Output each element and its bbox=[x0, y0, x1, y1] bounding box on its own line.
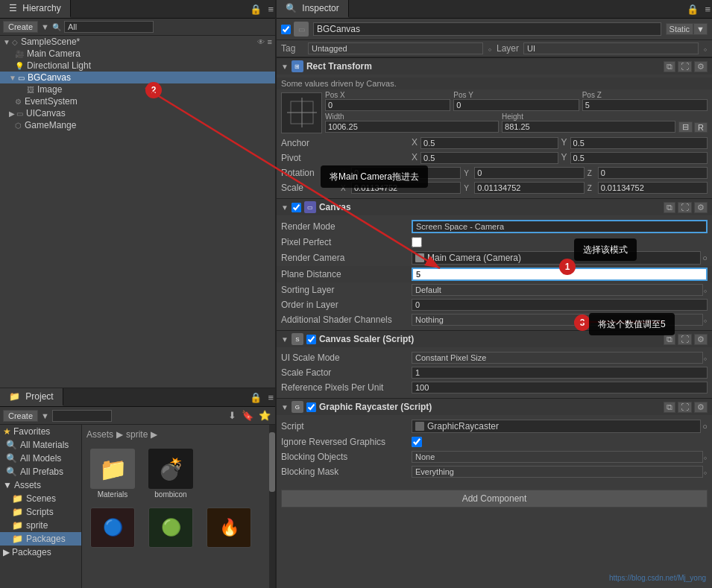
pivot-row: Pivot X Y bbox=[277, 151, 712, 165]
render-mode-input[interactable] bbox=[412, 220, 708, 233]
project-lock-icon[interactable]: 🔒 bbox=[248, 392, 263, 403]
scaler-link-btn[interactable]: ⛶ bbox=[678, 334, 692, 345]
additional-shader-dropdown[interactable]: Nothing bbox=[412, 314, 703, 326]
hierarchy-tab[interactable]: ☰ Hierarchy bbox=[0, 0, 71, 18]
rot-x-input[interactable] bbox=[351, 167, 461, 179]
menu-icon[interactable]: ≡ bbox=[266, 4, 275, 15]
rect-info-msg: Some values driven by Canvas. bbox=[277, 78, 712, 89]
anchor-x-input[interactable] bbox=[420, 137, 558, 149]
project-menu-icon[interactable]: ≡ bbox=[266, 392, 275, 403]
blocking-mask-dropdown[interactable]: Everything bbox=[412, 466, 703, 478]
scaler-copy-btn[interactable]: ⧉ bbox=[664, 334, 675, 345]
height-input[interactable] bbox=[502, 121, 675, 133]
rot-z-input[interactable] bbox=[598, 167, 708, 179]
project-icon-btn-3[interactable]: ⭐ bbox=[257, 409, 272, 422]
layer-dropdown[interactable]: UI bbox=[523, 42, 699, 54]
pos-y-input[interactable] bbox=[453, 99, 579, 111]
file-materials[interactable]: 📁 Materials bbox=[86, 449, 139, 499]
tree-item-bgcanvas[interactable]: ▼ ▭ BGCanvas bbox=[0, 72, 275, 83]
anchor-widget[interactable] bbox=[281, 92, 322, 133]
inspector-lock-icon[interactable]: 🔒 bbox=[685, 4, 700, 15]
anchor-y-input[interactable] bbox=[570, 137, 708, 149]
pos-z-input[interactable] bbox=[582, 99, 708, 111]
sidebar-animator[interactable]: 📁 Scenes bbox=[0, 492, 81, 505]
project-create-button[interactable]: Create bbox=[3, 410, 38, 422]
tree-item-gamemange[interactable]: ⬡ GameMange bbox=[0, 119, 275, 131]
sidebar-all-prefabs[interactable]: 🔍 All Prefabs bbox=[0, 465, 81, 478]
canvas-settings-btn[interactable]: ⚙ bbox=[694, 202, 708, 213]
pixel-perfect-checkbox[interactable] bbox=[412, 237, 422, 247]
static-button[interactable]: Static bbox=[666, 23, 694, 35]
inspector-tab[interactable]: 🔍 Inspector bbox=[277, 0, 349, 18]
rect-transform-header[interactable]: ▼ ⊞ Rect Transform ⧉ ⛶ ⚙ bbox=[277, 58, 712, 75]
project-search-input[interactable] bbox=[52, 410, 112, 422]
project-files: Assets ▶ sprite ▶ 📁 Materials bbox=[82, 425, 275, 588]
project-icon-btn-1[interactable]: ⬇ bbox=[227, 409, 238, 422]
sidebar-scripts[interactable]: 📁 sprite bbox=[0, 519, 81, 532]
obj-active-checkbox[interactable] bbox=[281, 25, 291, 34]
tree-item-image[interactable]: 🖼 Image bbox=[0, 83, 275, 95]
file-sprite2[interactable]: 🟢 bbox=[145, 508, 197, 549]
script-field[interactable]: GraphicRaycaster bbox=[412, 420, 701, 433]
scale-factor-input[interactable] bbox=[412, 367, 708, 379]
raycaster-settings-btn[interactable]: ⚙ bbox=[694, 402, 708, 413]
tag-dropdown[interactable]: Untagged bbox=[308, 42, 483, 54]
hierarchy-create-button[interactable]: Create bbox=[3, 21, 38, 33]
canvas-active-checkbox[interactable] bbox=[292, 203, 301, 212]
plane-distance-input[interactable] bbox=[412, 268, 708, 281]
file-sprite1[interactable]: 🔵 bbox=[86, 508, 139, 549]
pos-x-input[interactable] bbox=[325, 99, 450, 111]
graphic-raycaster-header[interactable]: ▼ G Graphic Raycaster (Script) ⧉ ⛶ ⚙ bbox=[277, 399, 712, 415]
inspector-menu-icon[interactable]: ≡ bbox=[703, 4, 712, 15]
sidebar-scenes[interactable]: 📁 Scripts bbox=[0, 505, 81, 519]
sidebar-all-models[interactable]: 🔍 All Models bbox=[0, 452, 81, 465]
sidebar-all-materials[interactable]: 🔍 All Materials bbox=[0, 438, 81, 452]
sorting-layer-dropdown[interactable]: Default bbox=[412, 284, 703, 296]
tree-item-eventsystem[interactable]: ⚙ EventSystem bbox=[0, 95, 275, 107]
pos-z-group: Pos Z bbox=[582, 91, 708, 111]
pivot-x-input[interactable] bbox=[420, 152, 558, 164]
width-input[interactable] bbox=[325, 121, 499, 133]
ignore-reversed-checkbox[interactable] bbox=[412, 437, 422, 447]
graphic-raycaster-checkbox[interactable] bbox=[306, 402, 316, 412]
rect-link-btn[interactable]: ⛶ bbox=[678, 61, 692, 72]
project-scrollbar[interactable] bbox=[269, 425, 275, 588]
canvas-scaler-header[interactable]: ▼ S Canvas Scaler (Script) ⧉ ⛶ ⚙ bbox=[277, 331, 712, 347]
canvas-link-btn[interactable]: ⛶ bbox=[678, 202, 692, 213]
scale-x-input[interactable] bbox=[351, 182, 461, 194]
lock-icon[interactable]: 🔒 bbox=[248, 4, 263, 15]
rect-settings-btn[interactable]: ⚙ bbox=[694, 61, 708, 72]
file-sprite3[interactable]: 🔥 bbox=[203, 508, 255, 549]
order-in-layer-input[interactable] bbox=[412, 299, 708, 311]
hierarchy-search-input[interactable] bbox=[64, 21, 154, 33]
ui-scale-mode-dropdown[interactable]: Constant Pixel Size bbox=[412, 352, 703, 364]
eye-icon: 👁 bbox=[257, 38, 265, 46]
canvas-header[interactable]: ▼ ▭ Canvas ⧉ ⛶ ⚙ bbox=[277, 199, 712, 215]
pivot-y-input[interactable] bbox=[570, 152, 708, 164]
scene-root[interactable]: ▼ ◇ SampleScene* 👁 ≡ bbox=[0, 36, 275, 48]
tree-item-uicanvas[interactable]: ▶ ▭ UICanvas bbox=[0, 107, 275, 119]
scaler-settings-btn[interactable]: ⚙ bbox=[694, 334, 708, 345]
file-bombicon[interactable]: 💣 bombicon bbox=[145, 449, 197, 499]
scale-z-input[interactable] bbox=[598, 182, 708, 194]
rect-r-button[interactable]: ⊟ bbox=[678, 121, 693, 133]
raycaster-link-btn[interactable]: ⛶ bbox=[678, 402, 692, 413]
tree-item-main-camera[interactable]: 🎥 Main Camera bbox=[0, 48, 275, 60]
canvas-copy-btn[interactable]: ⧉ bbox=[664, 202, 675, 213]
obj-name-input[interactable] bbox=[313, 22, 661, 36]
blocking-objects-dropdown[interactable]: None bbox=[412, 451, 703, 463]
rect-copy-btn[interactable]: ⧉ bbox=[664, 61, 675, 72]
project-tab[interactable]: 📁 Project bbox=[0, 388, 63, 406]
tree-item-dir-light[interactable]: 💡 Directional Light bbox=[0, 60, 275, 72]
raycaster-copy-btn[interactable]: ⧉ bbox=[664, 402, 675, 413]
project-icon-btn-2[interactable]: 🔖 bbox=[240, 409, 255, 422]
canvas-scaler-checkbox[interactable] bbox=[306, 335, 316, 344]
scale-y-input[interactable] bbox=[474, 182, 584, 194]
render-camera-field[interactable]: Main Camera (Camera) bbox=[412, 251, 701, 265]
rot-y-input[interactable] bbox=[474, 167, 584, 179]
static-dropdown[interactable]: ▼ bbox=[693, 23, 708, 35]
sidebar-sprite[interactable]: 📁 Packages bbox=[0, 532, 81, 546]
rect-r-button-2[interactable]: R bbox=[694, 122, 708, 133]
ref-pixels-input[interactable] bbox=[412, 382, 708, 393]
add-component-button[interactable]: Add Component bbox=[281, 490, 708, 508]
